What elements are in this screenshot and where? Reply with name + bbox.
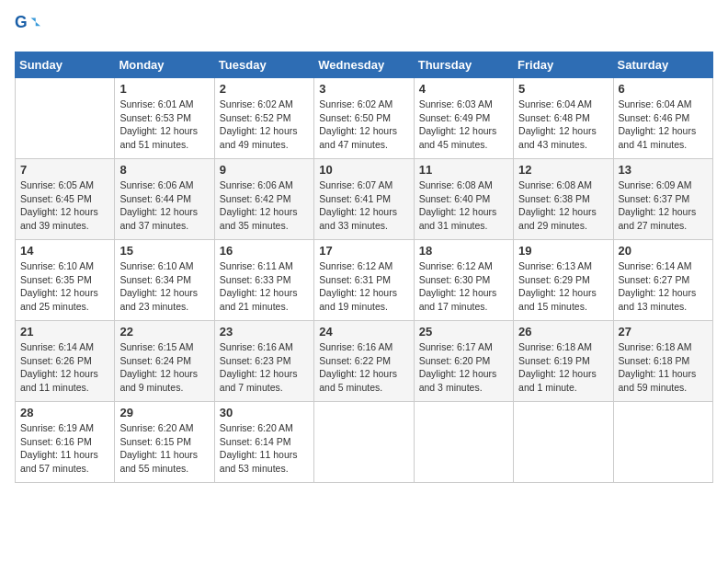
- day-info: Sunrise: 6:20 AM Sunset: 6:14 PM Dayligh…: [220, 421, 309, 476]
- calendar-cell: 11Sunrise: 6:08 AM Sunset: 6:40 PM Dayli…: [414, 159, 513, 240]
- calendar-cell: 12Sunrise: 6:08 AM Sunset: 6:38 PM Dayli…: [514, 159, 613, 240]
- day-number: 12: [518, 163, 608, 177]
- calendar-cell: 13Sunrise: 6:09 AM Sunset: 6:37 PM Dayli…: [613, 159, 712, 240]
- calendar-cell: 25Sunrise: 6:17 AM Sunset: 6:20 PM Dayli…: [414, 321, 513, 402]
- day-info: Sunrise: 6:12 AM Sunset: 6:31 PM Dayligh…: [319, 259, 408, 314]
- day-info: Sunrise: 6:16 AM Sunset: 6:23 PM Dayligh…: [220, 340, 309, 395]
- weekday-header-friday: Friday: [514, 52, 613, 78]
- weekday-header-wednesday: Wednesday: [314, 52, 414, 78]
- day-info: Sunrise: 6:18 AM Sunset: 6:19 PM Dayligh…: [518, 340, 608, 395]
- day-info: Sunrise: 6:06 AM Sunset: 6:44 PM Dayligh…: [119, 178, 209, 233]
- calendar-cell: 3Sunrise: 6:02 AM Sunset: 6:50 PM Daylig…: [314, 78, 414, 159]
- day-number: 29: [119, 406, 209, 419]
- day-info: Sunrise: 6:07 AM Sunset: 6:41 PM Dayligh…: [319, 178, 408, 233]
- day-info: Sunrise: 6:17 AM Sunset: 6:20 PM Dayligh…: [419, 340, 508, 395]
- calendar-table: SundayMondayTuesdayWednesdayThursdayFrid…: [15, 52, 713, 483]
- calendar-cell: 19Sunrise: 6:13 AM Sunset: 6:29 PM Dayli…: [514, 240, 613, 321]
- calendar-cell: 27Sunrise: 6:18 AM Sunset: 6:18 PM Dayli…: [613, 321, 712, 402]
- calendar-cell: [16, 78, 115, 159]
- day-number: 24: [319, 325, 408, 339]
- calendar-cell: 8Sunrise: 6:06 AM Sunset: 6:44 PM Daylig…: [115, 159, 214, 240]
- day-number: 6: [619, 82, 708, 96]
- day-number: 16: [220, 244, 309, 258]
- day-info: Sunrise: 6:20 AM Sunset: 6:15 PM Dayligh…: [119, 421, 209, 476]
- day-number: 15: [119, 244, 209, 258]
- day-info: Sunrise: 6:14 AM Sunset: 6:26 PM Dayligh…: [20, 340, 109, 395]
- day-number: 5: [518, 82, 608, 96]
- day-info: Sunrise: 6:02 AM Sunset: 6:52 PM Dayligh…: [220, 98, 309, 152]
- calendar-cell: 23Sunrise: 6:16 AM Sunset: 6:23 PM Dayli…: [214, 321, 313, 402]
- calendar-cell: 16Sunrise: 6:11 AM Sunset: 6:33 PM Dayli…: [214, 240, 313, 321]
- day-info: Sunrise: 6:13 AM Sunset: 6:29 PM Dayligh…: [518, 259, 608, 314]
- calendar-body: 1Sunrise: 6:01 AM Sunset: 6:53 PM Daylig…: [16, 78, 713, 483]
- day-info: Sunrise: 6:04 AM Sunset: 6:48 PM Dayligh…: [518, 98, 608, 152]
- day-info: Sunrise: 6:11 AM Sunset: 6:33 PM Dayligh…: [220, 259, 309, 314]
- svg-marker-1: [31, 18, 41, 27]
- day-info: Sunrise: 6:16 AM Sunset: 6:22 PM Dayligh…: [319, 340, 408, 395]
- logo: G: [15, 15, 44, 40]
- calendar-cell: 17Sunrise: 6:12 AM Sunset: 6:31 PM Dayli…: [314, 240, 414, 321]
- day-number: 13: [619, 163, 708, 177]
- day-number: 18: [419, 244, 508, 258]
- calendar-cell: 28Sunrise: 6:19 AM Sunset: 6:16 PM Dayli…: [16, 402, 115, 483]
- day-info: Sunrise: 6:10 AM Sunset: 6:34 PM Dayligh…: [119, 259, 209, 314]
- svg-text:G: G: [15, 15, 28, 31]
- calendar-cell: 9Sunrise: 6:06 AM Sunset: 6:42 PM Daylig…: [214, 159, 313, 240]
- page-header: G: [15, 15, 713, 40]
- weekday-header-monday: Monday: [115, 52, 214, 78]
- day-number: 19: [518, 244, 608, 258]
- calendar-cell: 24Sunrise: 6:16 AM Sunset: 6:22 PM Dayli…: [314, 321, 414, 402]
- weekday-row: SundayMondayTuesdayWednesdayThursdayFrid…: [16, 52, 713, 78]
- day-number: 14: [20, 244, 109, 258]
- calendar-cell: [314, 402, 414, 483]
- day-info: Sunrise: 6:15 AM Sunset: 6:24 PM Dayligh…: [119, 340, 209, 395]
- calendar-cell: 26Sunrise: 6:18 AM Sunset: 6:19 PM Dayli…: [514, 321, 613, 402]
- day-info: Sunrise: 6:08 AM Sunset: 6:40 PM Dayligh…: [419, 178, 508, 233]
- day-info: Sunrise: 6:04 AM Sunset: 6:46 PM Dayligh…: [619, 98, 708, 152]
- day-number: 30: [220, 406, 309, 419]
- day-number: 11: [419, 163, 508, 177]
- calendar-cell: 14Sunrise: 6:10 AM Sunset: 6:35 PM Dayli…: [16, 240, 115, 321]
- week-row-3: 14Sunrise: 6:10 AM Sunset: 6:35 PM Dayli…: [16, 240, 713, 321]
- day-number: 21: [20, 325, 109, 339]
- day-number: 10: [319, 163, 408, 177]
- day-number: 1: [119, 82, 209, 96]
- day-info: Sunrise: 6:05 AM Sunset: 6:45 PM Dayligh…: [20, 178, 109, 233]
- calendar-cell: 21Sunrise: 6:14 AM Sunset: 6:26 PM Dayli…: [16, 321, 115, 402]
- week-row-2: 7Sunrise: 6:05 AM Sunset: 6:45 PM Daylig…: [16, 159, 713, 240]
- day-number: 17: [319, 244, 408, 258]
- calendar-cell: 2Sunrise: 6:02 AM Sunset: 6:52 PM Daylig…: [214, 78, 313, 159]
- calendar-cell: [613, 402, 712, 483]
- day-number: 3: [319, 82, 408, 96]
- calendar-cell: 1Sunrise: 6:01 AM Sunset: 6:53 PM Daylig…: [115, 78, 214, 159]
- day-info: Sunrise: 6:08 AM Sunset: 6:38 PM Dayligh…: [518, 178, 608, 233]
- day-info: Sunrise: 6:03 AM Sunset: 6:49 PM Dayligh…: [419, 98, 508, 152]
- day-number: 9: [220, 163, 309, 177]
- calendar-cell: 30Sunrise: 6:20 AM Sunset: 6:14 PM Dayli…: [214, 402, 313, 483]
- day-number: 7: [20, 163, 109, 177]
- logo-icon: G: [15, 15, 40, 40]
- day-info: Sunrise: 6:19 AM Sunset: 6:16 PM Dayligh…: [20, 421, 109, 476]
- calendar-cell: 5Sunrise: 6:04 AM Sunset: 6:48 PM Daylig…: [514, 78, 613, 159]
- day-number: 4: [419, 82, 508, 96]
- calendar-cell: 15Sunrise: 6:10 AM Sunset: 6:34 PM Dayli…: [115, 240, 214, 321]
- calendar-header: SundayMondayTuesdayWednesdayThursdayFrid…: [16, 52, 713, 78]
- day-info: Sunrise: 6:09 AM Sunset: 6:37 PM Dayligh…: [619, 178, 708, 233]
- day-number: 23: [220, 325, 309, 339]
- day-info: Sunrise: 6:10 AM Sunset: 6:35 PM Dayligh…: [20, 259, 109, 314]
- week-row-5: 28Sunrise: 6:19 AM Sunset: 6:16 PM Dayli…: [16, 402, 713, 483]
- weekday-header-sunday: Sunday: [16, 52, 115, 78]
- calendar-cell: 7Sunrise: 6:05 AM Sunset: 6:45 PM Daylig…: [16, 159, 115, 240]
- day-info: Sunrise: 6:06 AM Sunset: 6:42 PM Dayligh…: [220, 178, 309, 233]
- weekday-header-thursday: Thursday: [414, 52, 513, 78]
- day-info: Sunrise: 6:12 AM Sunset: 6:30 PM Dayligh…: [419, 259, 508, 314]
- calendar-cell: 20Sunrise: 6:14 AM Sunset: 6:27 PM Dayli…: [613, 240, 712, 321]
- day-number: 22: [119, 325, 209, 339]
- day-info: Sunrise: 6:01 AM Sunset: 6:53 PM Dayligh…: [119, 98, 209, 152]
- day-info: Sunrise: 6:02 AM Sunset: 6:50 PM Dayligh…: [319, 98, 408, 152]
- calendar-cell: 10Sunrise: 6:07 AM Sunset: 6:41 PM Dayli…: [314, 159, 414, 240]
- weekday-header-saturday: Saturday: [613, 52, 712, 78]
- weekday-header-tuesday: Tuesday: [214, 52, 313, 78]
- day-number: 25: [419, 325, 508, 339]
- week-row-4: 21Sunrise: 6:14 AM Sunset: 6:26 PM Dayli…: [16, 321, 713, 402]
